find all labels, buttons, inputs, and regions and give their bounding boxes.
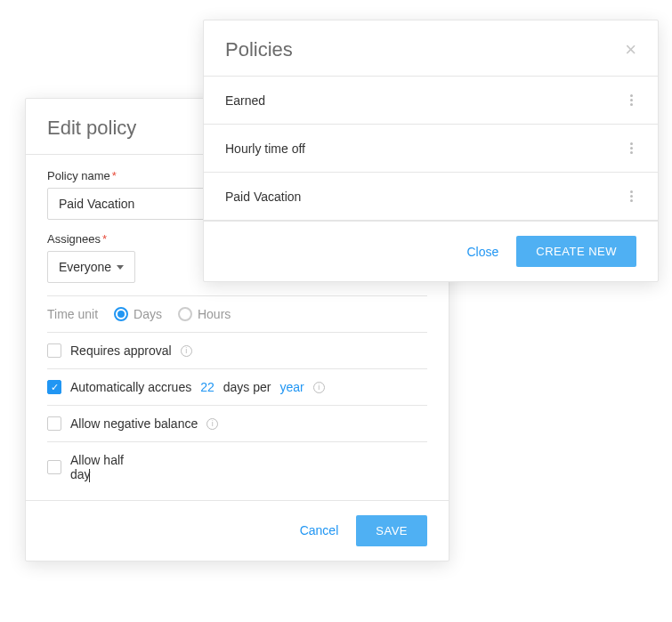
required-indicator: *: [112, 169, 117, 182]
policies-list: Earned Hourly time off Paid Vacation: [204, 77, 658, 221]
assignees-select[interactable]: Everyone: [47, 251, 135, 283]
policy-item-name: Paid Vacation: [225, 190, 301, 204]
kebab-icon[interactable]: [627, 91, 636, 109]
policy-item-name: Hourly time off: [225, 141, 305, 156]
time-unit-radio-group: Days Hours: [114, 307, 231, 321]
time-unit-row: Time unit Days Hours: [47, 295, 427, 332]
close-icon[interactable]: ×: [625, 40, 636, 60]
chevron-down-icon: [117, 265, 124, 270]
radio-icon: [178, 307, 192, 321]
edit-policy-footer: Cancel SAVE: [26, 500, 449, 561]
auto-accrues-label: Automatically accrues: [70, 380, 191, 394]
requires-approval-row[interactable]: Requires approval i: [47, 332, 427, 368]
negative-balance-label: Allow negative balance: [70, 416, 198, 431]
kebab-icon[interactable]: [627, 139, 636, 158]
create-new-button[interactable]: CREATE NEW: [516, 236, 636, 267]
checkbox-icon: ✓: [47, 380, 61, 394]
list-item[interactable]: Earned: [204, 77, 658, 125]
policies-dialog: Policies × Earned Hourly time off Paid V…: [203, 20, 659, 282]
time-unit-label: Time unit: [47, 307, 98, 321]
radio-hours[interactable]: Hours: [178, 307, 231, 321]
checkbox-icon: [47, 460, 61, 474]
cancel-button[interactable]: Cancel: [300, 523, 339, 537]
info-icon[interactable]: i: [181, 345, 192, 357]
radio-icon: [114, 307, 128, 321]
half-day-row[interactable]: Allow half day: [47, 441, 427, 493]
edit-policy-title: Edit policy: [47, 117, 136, 140]
policy-item-name: Earned: [225, 93, 265, 108]
negative-balance-row[interactable]: Allow negative balance i: [47, 405, 427, 441]
list-item[interactable]: Hourly time off: [204, 125, 658, 173]
half-day-label: Allow half day: [70, 453, 146, 482]
auto-accrues-row[interactable]: ✓ Automatically accrues 22 days per year…: [47, 368, 427, 405]
policies-header: Policies ×: [204, 20, 658, 77]
checkbox-icon: [47, 416, 61, 431]
text-cursor: [89, 469, 90, 482]
info-icon[interactable]: i: [206, 418, 218, 430]
save-button[interactable]: SAVE: [356, 515, 427, 546]
info-icon[interactable]: i: [313, 382, 325, 393]
accrue-days-value[interactable]: 22: [200, 380, 215, 394]
policies-title: Policies: [225, 38, 293, 61]
assignees-value: Everyone: [59, 260, 111, 274]
requires-approval-label: Requires approval: [70, 343, 172, 358]
accrue-period-value[interactable]: year: [279, 380, 304, 394]
radio-days[interactable]: Days: [114, 307, 162, 321]
list-item[interactable]: Paid Vacation: [204, 173, 658, 221]
checkbox-icon: [47, 343, 61, 358]
required-indicator: *: [102, 232, 107, 246]
kebab-icon[interactable]: [627, 187, 636, 206]
policies-footer: Close CREATE NEW: [204, 221, 658, 281]
close-button[interactable]: Close: [466, 245, 498, 259]
